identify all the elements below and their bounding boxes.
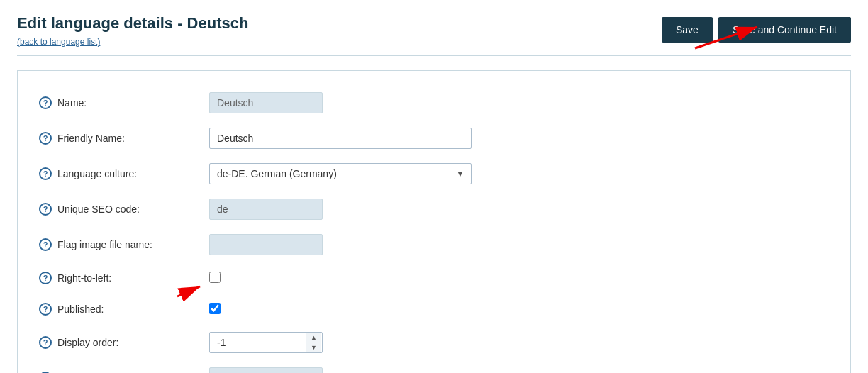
name-label: Name:	[57, 97, 87, 108]
rtl-help-icon[interactable]: ?	[39, 272, 52, 284]
name-input	[209, 92, 323, 113]
display-order-up-button[interactable]: ▲	[306, 333, 321, 343]
rtl-row: ? Right-to-left:	[18, 262, 850, 294]
published-help-icon[interactable]: ?	[39, 303, 52, 316]
display-order-label: Display order:	[57, 337, 118, 348]
friendly-name-row: ? Friendly Name:	[18, 121, 850, 156]
published-row: ? Published:	[18, 294, 850, 325]
language-culture-label-group: ? Language culture:	[39, 167, 209, 180]
rtl-label: Right-to-left:	[57, 272, 111, 284]
rtl-label-group: ? Right-to-left:	[39, 272, 209, 284]
rtl-checkbox[interactable]	[209, 272, 221, 283]
language-culture-input-area: de-DE. German (Germany) ▼	[209, 163, 479, 184]
header-divider	[17, 55, 851, 56]
language-culture-select-wrapper: de-DE. German (Germany) ▼	[209, 163, 472, 184]
language-culture-select[interactable]: de-DE. German (Germany)	[209, 163, 472, 184]
flag-image-label-group: ? Flag image file name:	[39, 238, 209, 251]
published-input-area	[209, 303, 479, 316]
unique-seo-input-area	[209, 199, 479, 220]
name-help-icon[interactable]: ?	[39, 96, 52, 109]
display-order-spinner-wrapper: ▲ ▼	[209, 332, 323, 353]
page-container: Edit language details - Deutsch (back to…	[0, 0, 868, 373]
page-wrapper: Edit language details - Deutsch (back to…	[0, 0, 868, 373]
name-input-area	[209, 92, 479, 113]
published-checkbox[interactable]	[209, 303, 221, 314]
name-label-group: ? Name:	[39, 96, 209, 109]
unique-seo-label-group: ? Unique SEO code:	[39, 203, 209, 216]
display-order-help-icon[interactable]: ?	[39, 336, 52, 349]
friendly-name-label-group: ? Friendly Name:	[39, 132, 209, 145]
header-buttons: Save Save and Continue Edit	[662, 17, 851, 43]
page-title: Edit language details - Deutsch	[17, 14, 248, 33]
unique-seo-row: ? Unique SEO code:	[18, 191, 850, 227]
language-culture-help-icon[interactable]: ?	[39, 167, 52, 180]
flag-image-help-icon[interactable]: ?	[39, 238, 52, 251]
page-header: Edit language details - Deutsch (back to…	[17, 14, 851, 47]
flag-image-label: Flag image file name:	[57, 239, 152, 250]
friendly-name-help-icon[interactable]: ?	[39, 132, 52, 145]
display-order-down-button[interactable]: ▼	[306, 343, 321, 352]
display-order-row: ? Display order: ▲ ▼	[18, 325, 850, 360]
published-label-group: ? Published:	[39, 303, 209, 316]
friendly-name-label: Friendly Name:	[57, 133, 125, 144]
display-order-label-group: ? Display order:	[39, 336, 209, 349]
save-continue-button[interactable]: Save and Continue Edit	[718, 17, 851, 43]
back-to-list-link[interactable]: (back to language list)	[17, 37, 100, 47]
two-letter-input-area	[209, 367, 479, 373]
rtl-input-area	[209, 272, 479, 285]
form-section: ? Name: ? Friendly Name:	[17, 70, 851, 373]
language-culture-row: ? Language culture: de-DE. German (Germa…	[18, 156, 850, 191]
display-order-input-area: ▲ ▼	[209, 332, 479, 353]
published-label: Published:	[57, 304, 104, 315]
flag-image-input	[209, 234, 323, 255]
display-order-spinners: ▲ ▼	[306, 333, 321, 352]
two-letter-row: ? Two Letter Iso Code (ISO-639-1):	[18, 360, 850, 373]
unique-seo-help-icon[interactable]: ?	[39, 203, 52, 216]
friendly-name-input-area	[209, 128, 479, 149]
unique-seo-input	[209, 199, 323, 220]
save-button[interactable]: Save	[662, 17, 713, 43]
unique-seo-label: Unique SEO code:	[57, 204, 140, 215]
two-letter-input	[209, 367, 323, 373]
friendly-name-input[interactable]	[209, 128, 472, 149]
flag-image-row: ? Flag image file name:	[18, 227, 850, 262]
language-culture-label: Language culture:	[57, 168, 137, 179]
flag-image-input-area	[209, 234, 479, 255]
name-row: ? Name:	[18, 85, 850, 121]
header-left: Edit language details - Deutsch (back to…	[17, 14, 248, 47]
